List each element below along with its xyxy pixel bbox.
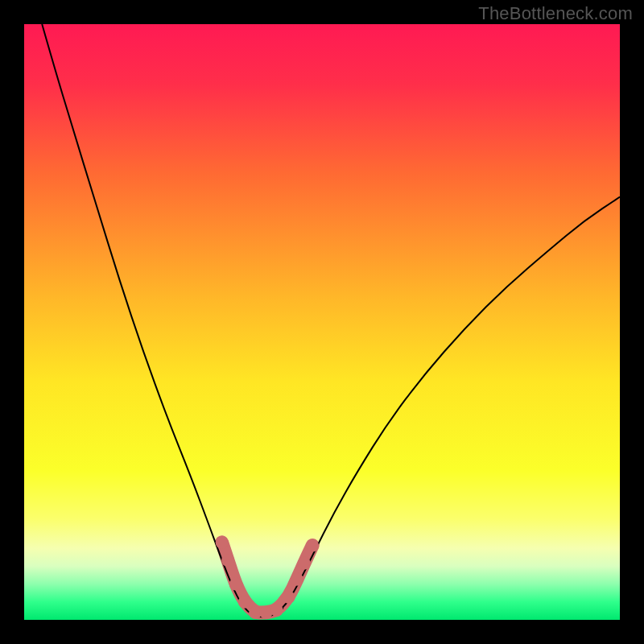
watermark-text: TheBottleneck.com <box>478 3 633 24</box>
dot-marker-dots <box>306 539 319 552</box>
dot-marker-dots <box>291 573 303 586</box>
dot-marker-dots <box>229 578 242 591</box>
bottleneck-chart <box>24 24 620 620</box>
dot-marker-dots <box>298 557 311 570</box>
chart-frame: TheBottleneck.com <box>0 0 644 644</box>
dot-marker-dots <box>216 536 229 549</box>
dot-marker-dots <box>270 604 283 617</box>
chart-background <box>24 24 620 620</box>
dot-marker-dots <box>283 591 295 604</box>
dot-marker-dots <box>238 596 251 609</box>
dot-marker-dots <box>259 606 272 619</box>
dot-marker-dots <box>221 554 234 567</box>
